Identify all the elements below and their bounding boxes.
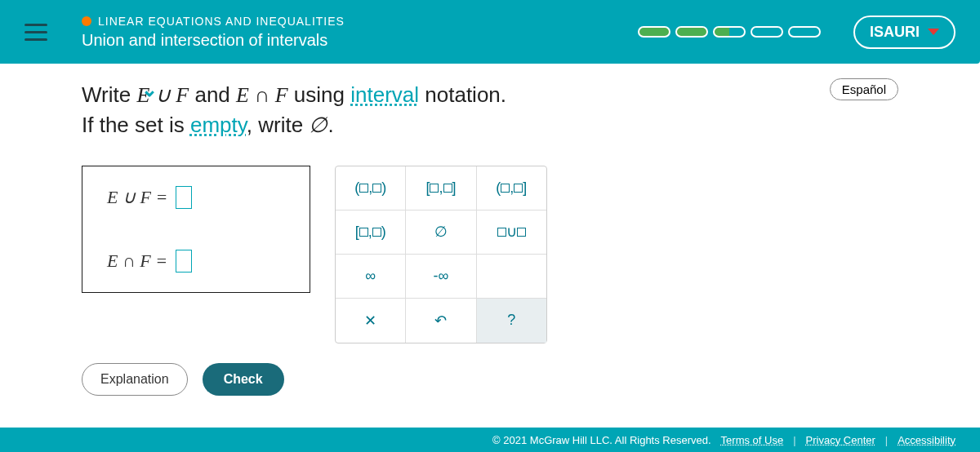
answer-input-intersection[interactable] — [176, 250, 192, 273]
instruction-text: Write E ∪ F and E ∩ F using interval not… — [82, 80, 898, 141]
scroll-indicator-icon: ⌄ — [141, 78, 158, 101]
language-button[interactable]: Español — [830, 78, 898, 100]
header-bar: LINEAR EQUATIONS AND INEQUALITIES Union … — [0, 0, 980, 64]
answer-input-union[interactable] — [176, 186, 192, 209]
breadcrumb: LINEAR EQUATIONS AND INEQUALITIES — [82, 15, 638, 28]
answer-row-intersection: E ∩ F = — [107, 250, 285, 273]
answer-row-union: E ∪ F = — [107, 186, 285, 209]
keypad-union[interactable]: ∪ — [477, 210, 546, 254]
progress-pill — [751, 26, 783, 38]
keypad-closed-open[interactable]: [,) — [336, 210, 406, 254]
footer-bar: © 2021 McGraw Hill LLC. All Rights Reser… — [0, 428, 980, 452]
text: F — [275, 83, 288, 107]
work-area: E ∪ F = E ∩ F = (,) [,] (,] [,) ∅ ∪ ∞ -∞ — [82, 166, 898, 343]
answer-label: E ∪ F = — [107, 187, 167, 208]
user-name: ISAURI — [870, 24, 920, 41]
progress-pill — [675, 26, 708, 38]
accessibility-link[interactable]: Accessibility — [898, 434, 956, 446]
term-link-empty[interactable]: empty — [190, 113, 247, 137]
keypad-clear-icon[interactable]: ✕ — [336, 299, 406, 343]
progress-pill — [788, 26, 821, 38]
keypad-empty-set[interactable]: ∅ — [406, 210, 476, 254]
keypad-open-open[interactable]: (,) — [336, 166, 406, 210]
page-title: Union and intersection of intervals — [82, 31, 638, 50]
user-menu[interactable]: ISAURI — [853, 16, 956, 49]
keypad-infinity[interactable]: ∞ — [336, 255, 406, 298]
keypad-closed-closed[interactable]: [,] — [406, 166, 476, 210]
answer-label: E ∩ F = — [107, 250, 167, 272]
text: Write — [82, 82, 136, 107]
text: using — [294, 82, 350, 107]
content-area: ⌄ Español Write E ∪ F and E ∩ F using in… — [0, 64, 980, 396]
progress-indicator — [638, 26, 821, 38]
chevron-down-icon — [928, 29, 939, 35]
copyright-text: © 2021 McGraw Hill LLC. All Rights Reser… — [492, 434, 711, 446]
keypad-blank — [477, 255, 546, 298]
text: , write — [247, 113, 310, 137]
keypad-open-closed[interactable]: (,] — [477, 166, 546, 210]
text: ∩ — [249, 83, 275, 107]
text: . — [327, 113, 333, 137]
text: notation. — [419, 82, 506, 107]
separator: | — [885, 434, 888, 446]
term-link-interval[interactable]: interval — [350, 82, 419, 107]
explanation-button[interactable]: Explanation — [82, 363, 188, 396]
terms-link[interactable]: Terms of Use — [721, 434, 784, 446]
keypad-neg-infinity[interactable]: -∞ — [406, 255, 476, 298]
progress-pill — [638, 26, 670, 38]
answer-box: E ∪ F = E ∩ F = — [82, 166, 310, 293]
status-dot-icon — [82, 16, 91, 26]
actions-bar: Explanation Check — [82, 363, 898, 396]
text: ∅ — [309, 113, 327, 137]
keypad-undo-icon[interactable]: ↶ — [406, 299, 476, 343]
text: E — [236, 83, 249, 107]
text: If the set is — [82, 113, 190, 137]
keypad: (,) [,] (,] [,) ∅ ∪ ∞ -∞ ✕ ↶ ? — [335, 166, 547, 343]
check-button[interactable]: Check — [203, 363, 284, 396]
privacy-link[interactable]: Privacy Center — [806, 434, 875, 446]
title-block: LINEAR EQUATIONS AND INEQUALITIES Union … — [82, 15, 638, 50]
progress-pill — [713, 26, 746, 38]
separator: | — [793, 434, 795, 446]
keypad-help-icon[interactable]: ? — [477, 299, 546, 343]
menu-icon[interactable] — [24, 16, 57, 48]
breadcrumb-text: LINEAR EQUATIONS AND INEQUALITIES — [98, 15, 345, 28]
text: F — [176, 83, 189, 107]
text: and — [194, 82, 236, 107]
